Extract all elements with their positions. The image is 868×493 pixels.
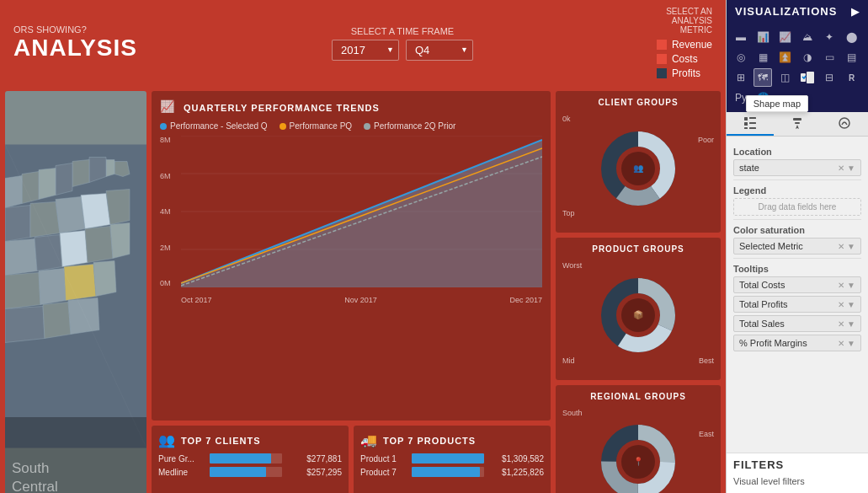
metric-costs[interactable]: Costs [657,53,712,65]
client-row-1: Pure Gr... $277,881 [158,453,342,464]
viz-icon-card[interactable]: ▭ [820,48,839,67]
viz-icon-filled-map[interactable]: ◫ [776,68,795,87]
map-area: SouthCentral [5,91,146,493]
svg-text:📍: 📍 [633,456,644,467]
product-label-1: Product 1 [360,454,407,464]
svg-text:👥: 👥 [633,163,644,174]
shape-map-tooltip: Shape map [746,95,808,112]
product-value-2: $1,225,826 [489,468,544,477]
viz-icon-r-visual[interactable]: R [843,68,861,87]
regional-groups-title: REGIONAL GROUPS [562,392,714,401]
viz-icon-area-chart[interactable]: ⛰ [798,28,817,46]
svg-rect-56 [749,127,756,129]
chart-icon: 📈 [160,99,177,116]
svg-marker-25 [68,298,99,335]
viz-header-label: VISUALIZATIONS [735,5,837,18]
legend-section-label: Legend [733,185,861,196]
product-bar-1 [412,453,484,464]
location-remove[interactable]: ✕ ▼ [838,163,855,173]
regional-groups-card: REGIONAL GROUPS South 📍 East Central [556,385,721,493]
legend-dot-2 [280,123,286,130]
year-dropdown[interactable]: 2017 [332,40,399,61]
viz-icon-bar-chart[interactable]: 📊 [754,28,772,46]
right-charts: CLIENT GROUPS 0k 👥 Poor Top [556,91,721,493]
viz-header-arrow: ▶ [851,6,860,18]
fields-tab-icon [743,116,757,130]
viz-icon-pie[interactable]: ⬤ [843,28,861,46]
svg-marker-18 [110,223,130,259]
divider-3 [733,258,861,259]
product-row-1: Product 1 $1,309,582 [360,453,544,464]
title-area: ORS SHOWING? ANALYSIS [13,24,148,62]
viz-tab-fields[interactable] [727,112,774,136]
total-sales-remove[interactable]: ✕ ▼ [838,319,855,329]
viz-icon-donut[interactable]: ◎ [732,48,750,67]
regional-groups-donut: South 📍 East Central West [562,405,714,493]
metric-profits[interactable]: Profits [657,67,712,79]
products-icon: 🚚 [360,432,378,448]
viz-panel-header: VISUALIZATIONS ▶ [727,0,868,23]
color-saturation-pill[interactable]: Selected Metric ✕ ▼ [733,238,861,255]
cg-label-0k: 0k [562,115,571,123]
client-value-1: $277,881 [287,454,342,464]
svg-marker-11 [56,197,85,233]
divider-1 [733,180,861,180]
client-groups-donut: 0k 👥 Poor Top [562,110,714,226]
quarter-dropdown[interactable]: Q4 [406,40,473,61]
profits-checkbox[interactable] [657,68,667,78]
viz-icon-treemap[interactable]: ▦ [754,48,772,67]
product-value-1: $1,309,582 [489,454,544,464]
viz-icon-line-chart[interactable]: 📈 [776,28,795,46]
total-profits-remove[interactable]: ✕ ▼ [838,300,855,309]
divider-2 [733,219,861,220]
tooltip-total-sales[interactable]: Total Sales ✕ ▼ [733,315,861,332]
viz-icon-gauge[interactable]: ◑ [798,48,817,67]
time-frame-label: SELECT A TIME FRAME [351,26,454,36]
viz-icon-scatter[interactable]: ✦ [820,28,839,46]
clients-title: 👥 TOP 7 CLIENTS [158,432,342,448]
svg-marker-14 [5,239,37,276]
cg-label-poor: Poor [698,136,714,144]
viz-icon-funnel[interactable]: ⏫ [776,48,795,67]
chart-svg-container [181,136,542,287]
costs-checkbox[interactable] [657,54,667,64]
viz-icon-table[interactable]: ▤ [843,48,861,67]
color-saturation-remove[interactable]: ✕ ▼ [838,242,855,251]
performance-chart [181,136,542,287]
legend-selected: Performance - Selected Q [160,121,268,131]
regional-groups-svg: 📍 [600,424,676,493]
svg-marker-16 [60,231,88,267]
filter-visual-level: Visual level filters [733,474,861,488]
viz-icon-matrix[interactable]: ⊞ [732,68,750,87]
y-axis: 8M 6M 4M 2M 0M [160,136,181,287]
profit-margins-remove[interactable]: ✕ ▼ [838,339,855,348]
viz-icon-stacked-bar[interactable]: ▬ [732,28,750,46]
svg-rect-58 [795,122,800,124]
total-costs-remove[interactable]: ✕ ▼ [838,281,855,290]
viz-icon-shape-map[interactable]: Shape map [798,68,817,87]
viz-icon-map[interactable]: 🗺 [754,68,772,87]
viz-tab-format[interactable] [774,112,821,136]
viz-tab-analytics[interactable] [821,112,868,136]
client-label-1: Pure Gr... [158,454,205,464]
bottom-row: 👥 TOP 7 CLIENTS Pure Gr... $277,881 Medl… [152,426,551,493]
svg-marker-10 [30,202,60,238]
metric-revenue[interactable]: Revenue [657,39,712,51]
svg-marker-5 [56,163,72,196]
tooltip-total-costs[interactable]: Total Costs ✕ ▼ [733,276,861,293]
location-section-label: Location [733,147,861,157]
revenue-checkbox[interactable] [657,40,667,50]
svg-marker-12 [81,194,110,229]
svg-point-59 [839,118,849,128]
svg-rect-55 [744,127,748,129]
cg-label-top: Top [562,209,575,217]
quarterly-title: 📈 QUARTERLY PERFORMANCE TRENDS [160,99,542,116]
pg-label-mid: Mid [562,356,575,365]
viz-icon-slicer[interactable]: ⊟ [820,68,839,87]
tooltip-profit-margins[interactable]: % Profit Margins ✕ ▼ [733,335,861,351]
product-row-2: Product 7 $1,225,826 [360,467,544,477]
tooltip-total-profits[interactable]: Total Profits ✕ ▼ [733,296,861,313]
clients-card: 👥 TOP 7 CLIENTS Pure Gr... $277,881 Medl… [152,426,349,493]
location-field-pill[interactable]: state ✕ ▼ [733,159,861,176]
client-row-2: Medline $257,295 [158,467,342,477]
